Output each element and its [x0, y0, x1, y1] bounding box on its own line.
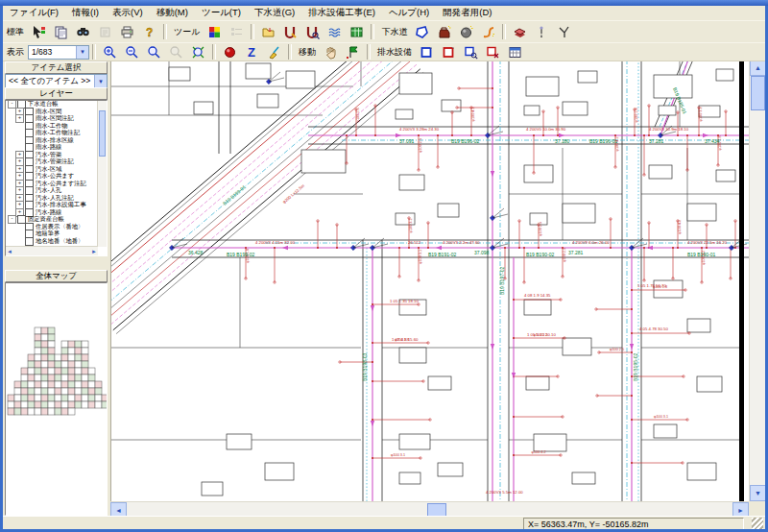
svg-text:φ100 2.5: φ100 2.5 [539, 222, 542, 236]
folder-output-button[interactable] [257, 22, 279, 42]
sidebar: アイテム選択 << 全てのアイテム >> ▼ レイヤー -下水道台帳+雨水-区間… [3, 60, 110, 516]
svg-text:B19 B196-01: B19 B196-01 [589, 138, 617, 144]
menu-item[interactable]: ツール(T) [195, 6, 248, 20]
svg-text:4 200V3 4.15m 32.00: 4 200V3 4.15m 32.00 [255, 240, 296, 245]
toolbar-separator [212, 44, 216, 60]
red-sphere-button[interactable] [219, 42, 241, 62]
svg-text:φ100 2.5: φ100 2.5 [610, 348, 624, 351]
toolbar-separator [251, 24, 254, 39]
copy-button[interactable] [50, 22, 72, 42]
item-list-button[interactable] [226, 22, 248, 42]
scroll-left-icon[interactable]: ◄ [7, 249, 12, 254]
find-button[interactable] [72, 22, 94, 42]
layers-stack-button[interactable] [509, 22, 531, 42]
zoom-out-button[interactable] [121, 42, 143, 62]
item-select-combobox[interactable]: << 全てのアイテム >> ▼ [5, 74, 108, 88]
zoom-fit-button[interactable] [187, 42, 209, 62]
map-horizontal-scrollbar[interactable]: ◄ ► [110, 501, 749, 517]
drainage-search-button[interactable] [460, 42, 482, 62]
svg-text:φ100 2.5: φ100 2.5 [563, 248, 566, 262]
svg-text:φ100 4.2: φ100 4.2 [471, 107, 475, 121]
svg-text:1 05 5.15 20.10: 1 05 5.15 20.10 [527, 332, 556, 337]
overview-map[interactable] [5, 282, 108, 516]
z-order-button[interactable]: Z [241, 42, 263, 62]
layer-tree: -下水道台帳+雨水-区間+雨水-区間注記雨水-工作物雨水-工作物注記雨水-排水区… [5, 100, 108, 256]
expand-icon[interactable]: + [15, 114, 24, 123]
resize-grip[interactable] [752, 518, 763, 529]
scroll-right-icon[interactable]: ► [91, 249, 97, 254]
svg-text:4 200V9 6.0m 26.00: 4 200V9 6.0m 26.00 [572, 240, 610, 245]
weir-levels-button[interactable] [324, 22, 346, 42]
properties-button[interactable] [94, 22, 116, 42]
register-edit-button[interactable] [279, 22, 301, 42]
toolbar-separator [92, 44, 96, 60]
manhole-sphere-button[interactable] [455, 22, 477, 42]
toolbar-separator [371, 24, 374, 39]
pipe-jug-button[interactable] [433, 22, 455, 42]
drainage-new-red-button[interactable] [438, 42, 460, 62]
menu-item[interactable]: 表示(V) [106, 6, 150, 20]
drainage-table-button[interactable] [504, 42, 526, 62]
svg-text:4 200V3 3.28m 24.30: 4 200V3 3.28m 24.30 [399, 127, 440, 132]
svg-text:37.098: 37.098 [474, 250, 490, 255]
map-canvas[interactable]: φ100 2.5φ100 4.2φ100 1.8φ100 3.1φ100 2.5… [110, 60, 750, 501]
menu-item[interactable]: 排水設備工事(E) [301, 6, 382, 20]
layer-label: 地名地番〈地番〉 [36, 237, 84, 246]
layer-checkbox[interactable] [25, 237, 34, 246]
svg-text:1 05 1.78 56.70: 1 05 1.78 56.70 [637, 283, 666, 288]
drainage-delete-button[interactable] [482, 42, 504, 62]
sheet-boundary-line [739, 60, 744, 501]
chevron-down-icon[interactable]: ▼ [76, 46, 88, 59]
print-button[interactable] [116, 22, 138, 42]
select-tool-button[interactable] [28, 22, 50, 42]
svg-text:26.512: 26.512 [408, 240, 421, 245]
zoom-window-button[interactable] [143, 42, 165, 62]
menu-item[interactable]: 下水道(G) [248, 6, 301, 20]
svg-text:1 07 4.8 15.60: 1 07 4.8 15.60 [392, 337, 419, 342]
help-button[interactable]: ? [138, 22, 160, 42]
green-table-button[interactable] [346, 22, 368, 42]
toolbar-drainage-label: 排水設備 [373, 46, 416, 59]
item-select-header: アイテム選択 [5, 61, 108, 74]
toolbar-view: 表示 1/683 ▼ Z 移動 排水設備 [3, 42, 765, 61]
jump-flag-button[interactable] [342, 42, 364, 62]
pin-tool-button[interactable] [531, 22, 553, 42]
svg-text:B19 B190-01: B19 B190-01 [687, 252, 715, 257]
scroll-down-icon[interactable]: ▼ [750, 485, 766, 501]
menu-item[interactable]: 開発者用(D) [436, 6, 498, 20]
layer-tree-hscrollbar[interactable]: ◄ ► [6, 246, 98, 255]
color-palette-button[interactable] [204, 22, 226, 42]
branch-tool-button[interactable] [553, 22, 575, 42]
register-search-button[interactable] [301, 22, 324, 42]
svg-text:φ100 3.1: φ100 3.1 [409, 218, 413, 232]
toolbar-sewer-label: 下水道 [377, 26, 411, 38]
svg-text:4 200V3 10.9m 18.10: 4 200V3 10.9m 18.10 [649, 127, 689, 132]
scale-combobox[interactable]: 1/683 ▼ [28, 45, 89, 60]
toolbar-separator [288, 44, 292, 60]
chevron-down-icon[interactable]: ▼ [94, 75, 107, 87]
drainage-new-blue-button[interactable] [416, 42, 438, 62]
collapse-icon[interactable]: - [8, 215, 16, 224]
svg-text:37.281: 37.281 [568, 250, 584, 255]
svg-text:φ100 2.5: φ100 2.5 [419, 138, 422, 153]
flow-arrows [282, 133, 708, 426]
pan-hand-button[interactable] [320, 42, 342, 62]
layer-tree-vscrollbar[interactable] [97, 101, 107, 247]
redraw-broom-button[interactable] [263, 42, 285, 62]
svg-text:B19 B190-02: B19 B190-02 [526, 252, 554, 257]
zoom-in-button[interactable] [99, 42, 121, 62]
menu-item[interactable]: ファイル(F) [3, 6, 65, 20]
menu-item[interactable]: ヘルプ(H) [382, 6, 436, 20]
menu-item[interactable]: 移動(M) [150, 6, 195, 20]
svg-text:4 200V3 5.5m 12.00: 4 200V3 5.5m 12.00 [486, 490, 523, 495]
curve-tool-button[interactable] [477, 22, 499, 42]
layer-tree-item[interactable]: 地名地番〈地番〉 [6, 238, 98, 246]
zoom-previous-button[interactable] [165, 42, 187, 62]
svg-text:Z: Z [248, 45, 255, 60]
toolbar-standard-label: 標準 [3, 26, 28, 38]
scroll-up-icon[interactable]: ▲ [750, 60, 766, 76]
map-vertical-scrollbar[interactable]: ▲ ▼ [749, 60, 765, 501]
section-polygon-button[interactable] [411, 22, 433, 42]
toolbar-standard: 標準 ? ツール 下水道 [3, 20, 765, 43]
menu-item[interactable]: 情報(I) [65, 6, 106, 20]
